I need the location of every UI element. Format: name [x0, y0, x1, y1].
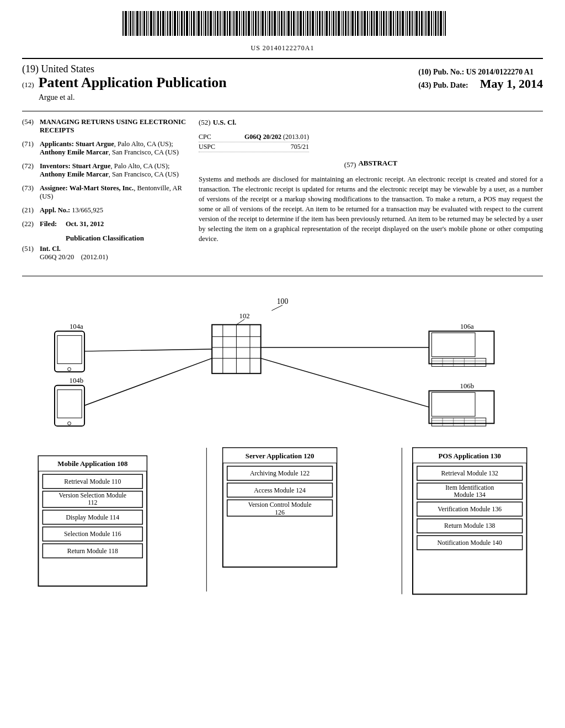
svg-text:112: 112 — [88, 499, 97, 506]
filed-num: (22) — [22, 220, 40, 228]
svg-rect-90 — [335, 11, 337, 36]
svg-rect-70 — [287, 11, 290, 36]
svg-rect-91 — [338, 11, 340, 36]
diagram-section: 100 102 104a 104b — [22, 276, 543, 605]
svg-rect-26 — [184, 11, 185, 36]
svg-rect-21 — [172, 11, 173, 36]
inventors-content: Inventors: Stuart Argue, Palo Alto, CA (… — [40, 162, 188, 179]
svg-rect-113 — [390, 11, 392, 36]
svg-text:Retrieval Module 132: Retrieval Module 132 — [441, 469, 498, 477]
svg-rect-116 — [397, 11, 398, 36]
svg-rect-3 — [130, 11, 131, 36]
applicants-field: (71) Applicants: Stuart Argue, Palo Alto… — [22, 140, 188, 157]
svg-rect-82 — [317, 11, 318, 36]
pub-no-value: US 2014/0122270 A1 — [466, 68, 534, 76]
svg-rect-169 — [431, 417, 486, 426]
svg-rect-0 — [122, 11, 124, 36]
svg-rect-53 — [248, 11, 250, 36]
svg-rect-99 — [357, 11, 359, 36]
svg-point-155 — [68, 421, 71, 425]
svg-rect-71 — [291, 11, 292, 36]
svg-rect-69 — [286, 11, 286, 36]
svg-rect-106 — [374, 11, 375, 36]
svg-rect-52 — [246, 11, 247, 36]
svg-rect-77 — [305, 11, 306, 36]
title-num: (54) — [22, 118, 40, 135]
svg-rect-23 — [177, 11, 178, 36]
svg-rect-101 — [361, 11, 363, 36]
svg-rect-87 — [329, 11, 330, 36]
svg-text:POS Application 130: POS Application 130 — [439, 452, 502, 459]
svg-line-176 — [84, 349, 212, 351]
svg-text:104a: 104a — [70, 322, 83, 330]
svg-rect-88 — [331, 11, 332, 36]
svg-rect-63 — [271, 11, 273, 36]
svg-point-151 — [68, 367, 71, 371]
svg-rect-86 — [326, 11, 328, 36]
svg-rect-27 — [186, 11, 188, 36]
pub-date-value: May 1, 2014 — [480, 77, 543, 90]
svg-rect-131 — [433, 11, 434, 36]
country-label: (19) United States — [22, 63, 227, 75]
svg-rect-76 — [303, 11, 304, 36]
svg-text:Mobile Application 108: Mobile Application 108 — [57, 460, 127, 468]
svg-text:Return Module 118: Return Module 118 — [67, 547, 118, 554]
svg-rect-135 — [443, 11, 444, 36]
svg-rect-57 — [258, 11, 259, 36]
svg-rect-68 — [284, 11, 285, 36]
svg-line-177 — [84, 358, 212, 405]
svg-rect-119 — [405, 11, 406, 36]
svg-rect-24 — [179, 11, 180, 36]
svg-text:Display Module 114: Display Module 114 — [66, 513, 120, 521]
svg-rect-42 — [222, 11, 222, 36]
svg-rect-46 — [232, 11, 232, 36]
pub-classification-label: Publication Classification — [22, 234, 188, 243]
svg-rect-65 — [277, 11, 278, 36]
svg-rect-54 — [251, 11, 252, 36]
svg-rect-36 — [207, 11, 209, 36]
svg-rect-33 — [201, 11, 202, 36]
svg-rect-83 — [319, 11, 321, 36]
main-content: (54) MANAGING RETURNS USING ELECTRONIC R… — [22, 111, 543, 267]
svg-rect-114 — [393, 11, 394, 36]
pub-date-line: (43) Pub. Date: May 1, 2014 — [418, 77, 543, 91]
svg-rect-122 — [412, 11, 413, 36]
svg-rect-61 — [267, 11, 268, 36]
authors-label: Argue et al. — [22, 93, 227, 102]
type-num: (12) — [22, 81, 34, 89]
svg-rect-8 — [142, 11, 142, 36]
svg-rect-108 — [379, 11, 380, 36]
publication-number: US 20140122270A1 — [22, 44, 543, 52]
svg-rect-118 — [402, 11, 404, 36]
header-left: (19) United States (12) Patent Applicati… — [22, 63, 227, 102]
svg-rect-157 — [429, 331, 494, 363]
filed-content: Filed: Oct. 31, 2012 — [40, 220, 188, 228]
svg-rect-35 — [205, 11, 206, 36]
svg-rect-43 — [223, 11, 226, 36]
svg-rect-74 — [297, 11, 299, 36]
title-field: (54) MANAGING RETURNS USING ELECTRONIC R… — [22, 118, 188, 135]
svg-rect-149 — [55, 331, 84, 372]
svg-rect-67 — [281, 11, 282, 36]
uspc-row: USPC 705/21 — [199, 142, 309, 152]
svg-text:Archiving Module 122: Archiving Module 122 — [250, 469, 310, 477]
svg-rect-159 — [431, 358, 486, 366]
inventors-num: (72) — [22, 162, 40, 179]
svg-rect-153 — [55, 385, 84, 426]
svg-rect-109 — [381, 11, 382, 36]
svg-line-140 — [236, 319, 244, 324]
uspc-value: 705/21 — [291, 143, 309, 151]
svg-rect-75 — [300, 11, 302, 36]
svg-rect-105 — [371, 11, 372, 36]
svg-rect-56 — [255, 11, 257, 36]
cpc-label: CPC — [199, 133, 211, 141]
svg-rect-25 — [181, 11, 183, 36]
system-diagram: 100 102 104a 104b — [22, 285, 543, 605]
svg-rect-167 — [429, 390, 494, 423]
svg-line-138 — [271, 305, 282, 311]
assignee-num: (73) — [22, 184, 40, 201]
svg-rect-111 — [386, 11, 387, 36]
svg-rect-37 — [210, 11, 212, 36]
int-cl-content: Int. Cl. G06Q 20/20 (2012.01) — [40, 245, 188, 261]
svg-rect-130 — [431, 11, 432, 36]
